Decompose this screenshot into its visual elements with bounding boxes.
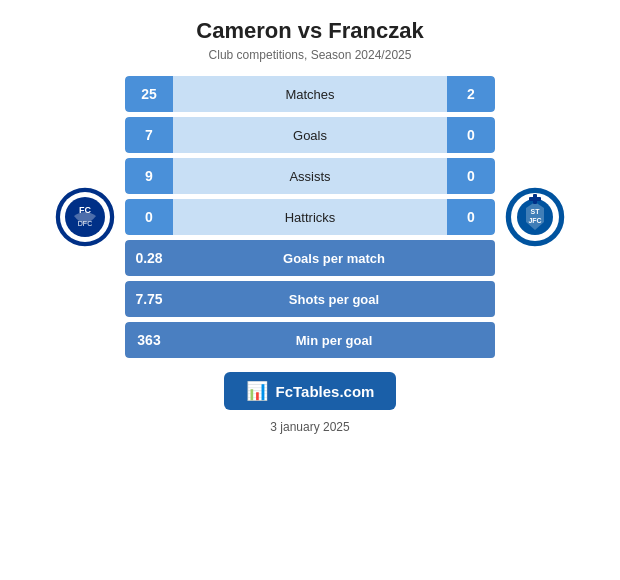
stat-label-text: Min per goal (173, 322, 495, 358)
stat-row-goals-per-match: 0.28Goals per match (125, 240, 495, 276)
stat-right-value: 0 (447, 117, 495, 153)
stat-label-text: Assists (173, 158, 447, 194)
svg-text:JFC: JFC (528, 217, 541, 224)
stat-right-value: 2 (447, 76, 495, 112)
stat-left-value: 363 (125, 322, 173, 358)
stat-row-hattricks: 0Hattricks0 (125, 199, 495, 235)
page-title: Cameron vs Franczak (196, 18, 423, 44)
stat-left-value: 9 (125, 158, 173, 194)
stat-label-text: Goals per match (173, 240, 495, 276)
stat-left-value: 7.75 (125, 281, 173, 317)
stat-right-value: 0 (447, 199, 495, 235)
svg-text:DFC: DFC (78, 220, 92, 227)
stat-row-matches: 25Matches2 (125, 76, 495, 112)
stat-left-value: 25 (125, 76, 173, 112)
stat-left-value: 0 (125, 199, 173, 235)
stat-row-shots-per-goal: 7.75Shots per goal (125, 281, 495, 317)
stat-row-assists: 9Assists0 (125, 158, 495, 194)
stat-left-value: 0.28 (125, 240, 173, 276)
stat-label-text: Goals (173, 117, 447, 153)
fctables-text: FcTables.com (276, 383, 375, 400)
svg-text:ST: ST (531, 208, 541, 215)
fctables-banner: 📊 FcTables.com (224, 372, 397, 410)
stat-right-value: 0 (447, 158, 495, 194)
page-subtitle: Club competitions, Season 2024/2025 (209, 48, 412, 62)
stat-row-goals: 7Goals0 (125, 117, 495, 153)
svg-rect-11 (529, 197, 541, 201)
date-label: 3 january 2025 (270, 420, 349, 434)
left-team-logo: FC DFC (45, 186, 125, 248)
stat-left-value: 7 (125, 117, 173, 153)
fctables-icon: 📊 (246, 380, 268, 402)
stat-label-text: Matches (173, 76, 447, 112)
right-team-logo: ST JFC (495, 186, 575, 248)
page-container: Cameron vs Franczak Club competitions, S… (0, 0, 620, 580)
stats-area: 25Matches27Goals09Assists00Hattricks00.2… (125, 76, 495, 358)
main-section: FC DFC 25Matches27Goals09Assists00Hattri… (10, 76, 610, 358)
stat-label-text: Hattricks (173, 199, 447, 235)
stat-label-text: Shots per goal (173, 281, 495, 317)
stat-row-min-per-goal: 363Min per goal (125, 322, 495, 358)
